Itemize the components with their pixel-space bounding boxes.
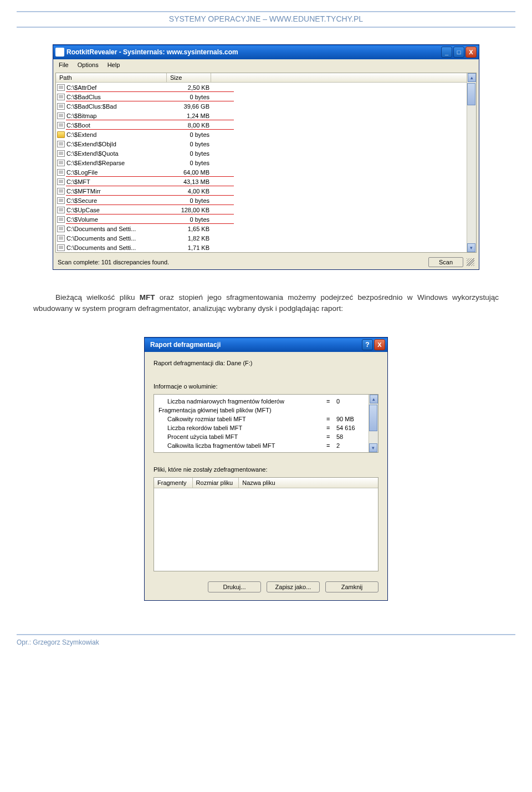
titlebar[interactable]: RootkitRevealer - Sysinternals: www.sysi… — [53, 45, 479, 59]
file-icon — [57, 188, 65, 195]
status-text: Scan complete: 101 discrepancies found. — [58, 259, 428, 265]
footer-rule — [17, 634, 515, 635]
column-header-path[interactable]: Path — [56, 73, 167, 82]
scan-button[interactable]: Scan — [428, 257, 463, 267]
dialog-titlebar[interactable]: Raport defragmentacji ? X — [145, 338, 387, 352]
row-size: 2,50 KB — [168, 84, 212, 91]
scroll-down-button[interactable]: ▾ — [467, 243, 475, 252]
menu-help[interactable]: Help — [104, 60, 124, 69]
close-dialog-button[interactable]: Zamknij — [325, 581, 378, 592]
row-path: C:\$BadClus — [66, 94, 168, 100]
row-size: 1,82 KB — [168, 235, 212, 242]
results-listview[interactable]: Path Size C:\$AttrDef2,50 KBC:\$BadClus0… — [56, 73, 467, 252]
menu-file[interactable]: File — [55, 60, 72, 69]
vertical-scrollbar[interactable]: ▴ ▾ — [467, 73, 476, 252]
list-row[interactable]: C:\$LogFile64,00 MB — [56, 167, 467, 177]
menu-options[interactable]: Options — [74, 60, 102, 69]
row-path: C:\$Secure — [66, 197, 168, 204]
help-button[interactable]: ? — [362, 339, 373, 350]
row-path: C:\$Extend\$Reparse — [66, 160, 168, 166]
list-row[interactable]: C:\$Bitmap1,24 MB — [56, 111, 467, 120]
row-path: C:\Documents and Setti... — [66, 226, 168, 232]
info-scroll-up[interactable]: ▴ — [370, 395, 378, 403]
report-for-label: Raport defragmentacji dla: Dane (F:) — [154, 360, 378, 366]
list-row[interactable]: C:\$Boot8,00 KB — [56, 120, 467, 130]
info-scroll-down[interactable]: ▾ — [369, 443, 377, 452]
file-icon — [57, 244, 65, 251]
list-row[interactable]: C:\$BadClus:$Bad39,66 GB — [56, 101, 467, 111]
info-scrollbar[interactable]: ▴ ▾ — [369, 395, 378, 452]
print-button[interactable]: Drukuj... — [208, 581, 261, 592]
row-path: C:\$Extend — [66, 131, 168, 138]
frag-files-label: Pliki, które nie zostały zdefragmentowan… — [154, 466, 378, 473]
row-size: 0 bytes — [168, 141, 212, 147]
row-size: 0 bytes — [168, 131, 212, 138]
info-value: 54 616 — [336, 423, 364, 432]
row-path: C:\$MFT — [66, 178, 168, 185]
file-icon — [57, 197, 65, 204]
minimize-button[interactable]: _ — [441, 47, 452, 58]
list-row[interactable]: C:\$Extend\$Quota0 bytes — [56, 149, 467, 158]
list-row[interactable]: C:\Documents and Setti...1,65 KB — [56, 224, 467, 233]
rootkit-revealer-window: RootkitRevealer - Sysinternals: www.sysi… — [53, 44, 479, 270]
maximize-button[interactable]: □ — [453, 47, 464, 58]
row-path: C:\Documents and Setti... — [66, 244, 168, 251]
info-row: Liczba rekordów tabeli MFT=54 616 — [158, 423, 364, 432]
volume-info-label: Informacje o woluminie: — [154, 383, 378, 390]
info-scroll-thumb[interactable] — [369, 405, 377, 431]
info-value: 58 — [336, 432, 364, 441]
equals-sign: = — [326, 432, 336, 441]
info-label: Całkowity rozmiar tabeli MFT — [158, 415, 326, 423]
scroll-up-button[interactable]: ▴ — [468, 73, 476, 82]
equals-sign: = — [326, 397, 336, 406]
close-button[interactable]: X — [466, 47, 477, 58]
info-label: Liczba nadmiarowych fragmentów folderów — [158, 397, 326, 406]
info-value: 90 MB — [336, 415, 364, 423]
list-row[interactable]: C:\$Volume0 bytes — [56, 214, 467, 224]
list-row[interactable]: C:\$AttrDef2,50 KB — [56, 83, 467, 92]
list-row[interactable]: C:\$Extend\$ObjId0 bytes — [56, 139, 467, 149]
frag-col-size[interactable]: Rozmiar pliku — [193, 478, 239, 488]
list-row[interactable]: C:\$Secure0 bytes — [56, 196, 467, 205]
row-size: 128,00 KB — [168, 207, 212, 213]
row-path: C:\$Bitmap — [66, 113, 168, 119]
list-row[interactable]: C:\$Extend0 bytes — [56, 130, 467, 139]
list-row[interactable]: C:\$MFT43,13 MB — [56, 177, 467, 186]
folder-icon — [57, 131, 65, 138]
list-row[interactable]: C:\$BadClus0 bytes — [56, 92, 467, 101]
list-row[interactable]: C:\$Extend\$Reparse0 bytes — [56, 158, 467, 167]
column-header-blank — [211, 73, 467, 82]
header-rule-bottom — [17, 27, 515, 28]
file-icon — [57, 169, 65, 176]
list-row[interactable]: C:\Documents and Setti...1,82 KB — [56, 233, 467, 243]
file-icon — [57, 178, 65, 185]
header-rule-top — [17, 11, 515, 12]
info-label: Fragmentacja głównej tabeli plików (MFT) — [158, 406, 364, 415]
list-row[interactable]: C:\Documents and Setti...1,71 KB — [56, 243, 467, 252]
dialog-close-button[interactable]: X — [374, 339, 385, 350]
window-title: RootkitRevealer - Sysinternals: www.sysi… — [66, 48, 441, 56]
info-label: Liczba rekordów tabeli MFT — [158, 423, 326, 432]
body-paragraph: Bieżącą wielkość pliku MFT oraz stopień … — [33, 292, 499, 315]
info-row: Procent użycia tabeli MFT=58 — [158, 432, 364, 441]
frag-files-listview[interactable]: Fragmenty Rozmiar pliku Nazwa pliku — [154, 477, 378, 571]
row-size: 4,00 KB — [168, 188, 212, 195]
app-icon — [55, 48, 64, 57]
save-as-button[interactable]: Zapisz jako... — [267, 581, 320, 592]
row-path: C:\$Boot — [66, 122, 168, 129]
frag-col-fragments[interactable]: Fragmenty — [154, 478, 193, 488]
list-row[interactable]: C:\$MFTMirr4,00 KB — [56, 186, 467, 196]
scroll-thumb[interactable] — [467, 83, 475, 105]
volume-info-box: Liczba nadmiarowych fragmentów folderów=… — [154, 394, 378, 453]
column-header-size[interactable]: Size — [167, 73, 211, 82]
row-size: 1,71 KB — [168, 244, 212, 251]
row-size: 0 bytes — [168, 150, 212, 157]
list-row[interactable]: C:\$UpCase128,00 KB — [56, 205, 467, 214]
row-path: C:\$Extend\$Quota — [66, 150, 168, 157]
file-icon — [57, 207, 65, 213]
equals-sign: = — [326, 441, 336, 450]
resize-grip[interactable] — [467, 258, 474, 266]
row-size: 0 bytes — [168, 94, 212, 100]
row-path: C:\$UpCase — [66, 207, 168, 213]
frag-col-name[interactable]: Nazwa pliku — [239, 478, 280, 488]
